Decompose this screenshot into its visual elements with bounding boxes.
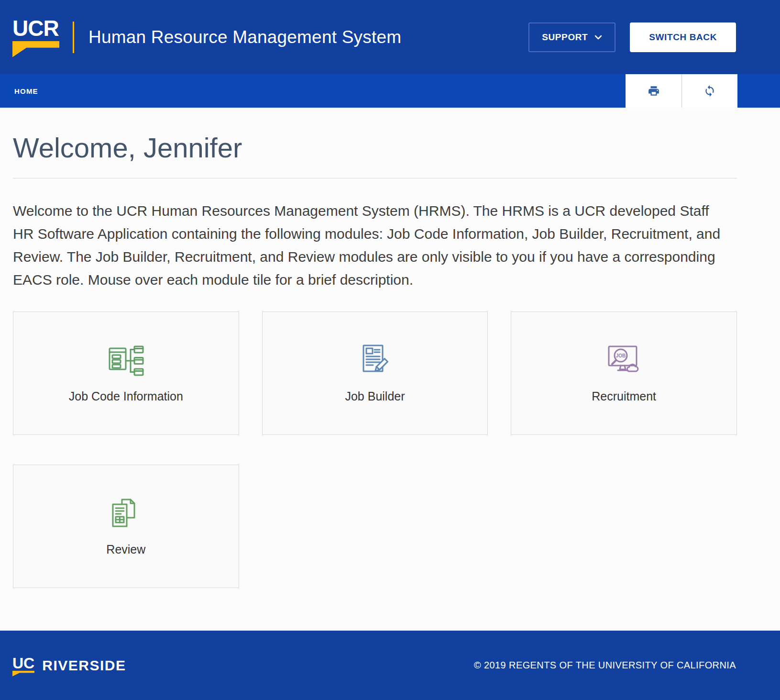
breadcrumb-bar: HOME [0, 74, 780, 108]
app-footer: UC RIVERSIDE © 2019 REGENTS OF THE UNIVE… [0, 631, 780, 700]
copyright-text: © 2019 REGENTS OF THE UNIVERSITY OF CALI… [474, 660, 736, 671]
breadcrumb-home-link[interactable]: HOME [14, 87, 38, 95]
main-content: Welcome, Jennifer Welcome to the UCR Hum… [0, 108, 780, 631]
tile-job-builder[interactable]: Job Builder [262, 311, 488, 435]
tile-label: Job Code Information [69, 389, 183, 403]
welcome-heading: Welcome, Jennifer [13, 108, 737, 164]
document-pencil-icon [355, 344, 395, 378]
sitemap-windows-icon [106, 344, 145, 378]
tile-job-code-information[interactable]: Job Code Information [13, 311, 239, 435]
uc-riverside-logo[interactable]: UC RIVERSIDE [12, 656, 126, 676]
tile-review[interactable]: Review [13, 465, 239, 588]
tile-label: Review [106, 543, 145, 556]
tile-label: Recruitment [592, 389, 656, 403]
module-tile-grid: Job Code Information Job Builder [13, 311, 737, 588]
intro-paragraph: Welcome to the UCR Human Resources Manag… [13, 200, 728, 291]
app-header: UCR Human Resource Management System SUP… [0, 0, 780, 74]
page-tools [626, 74, 737, 108]
header-divider [73, 22, 74, 53]
refresh-button[interactable] [681, 74, 737, 108]
refresh-icon [703, 85, 716, 97]
tile-label: Job Builder [345, 389, 405, 403]
switch-back-button[interactable]: SWITCH BACK [630, 22, 736, 52]
chevron-down-icon [594, 35, 602, 40]
tile-recruitment[interactable]: JOB Recruitment [511, 311, 737, 435]
uc-mark: UC [12, 656, 34, 676]
stacked-documents-icon [106, 497, 145, 531]
app-title: Human Resource Management System [88, 27, 401, 47]
monitor-job-search-icon: JOB [604, 344, 644, 378]
heading-rule [13, 178, 737, 178]
support-button-label: SUPPORT [542, 32, 588, 43]
header-actions: SUPPORT SWITCH BACK [528, 22, 736, 52]
recruitment-icon-text: JOB [615, 353, 626, 358]
support-button[interactable]: SUPPORT [528, 22, 615, 52]
ucr-logo-gold-flag [12, 41, 59, 57]
ucr-logo-text: UCR [12, 17, 59, 39]
ucr-logo[interactable]: UCR [12, 17, 59, 57]
print-icon [648, 85, 660, 97]
riverside-wordmark: RIVERSIDE [42, 658, 126, 673]
print-button[interactable] [626, 74, 681, 108]
